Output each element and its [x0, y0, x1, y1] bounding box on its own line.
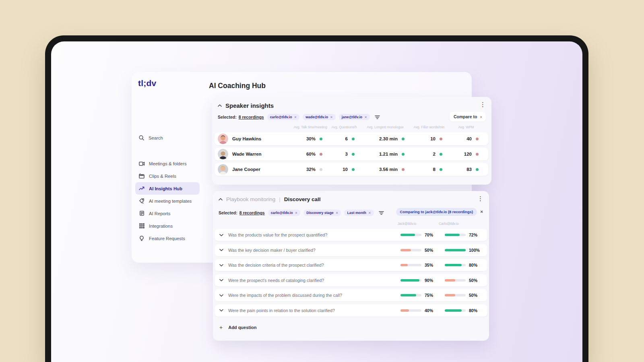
- speaker-name: Guy Hawkins: [232, 136, 293, 141]
- metric-value: 2: [433, 152, 436, 156]
- left-progress-bar: [400, 264, 421, 266]
- filter-chip[interactable]: carlo@tldv.io ✕: [268, 210, 301, 216]
- expand-chevron-down-icon[interactable]: [219, 309, 223, 312]
- filter-chip[interactable]: carlo@tldv.io ✕: [267, 114, 300, 120]
- filter-chip[interactable]: jane@tldv.io ✕: [339, 114, 370, 120]
- metric-value: 1.21 min: [379, 152, 398, 156]
- metric-cell: 8: [410, 167, 448, 172]
- tag-icon: [138, 198, 145, 204]
- clapperboard-icon: [138, 173, 145, 179]
- column-header: Avg. WPM: [448, 125, 484, 129]
- speaker-name: Wade Warren: [232, 152, 293, 156]
- sidebar-item-integrations[interactable]: Integrations: [135, 220, 200, 232]
- metric-value: 2.30 min: [379, 136, 398, 141]
- search-button[interactable]: Search: [138, 135, 163, 141]
- sidebar-item-feature-requests[interactable]: Feature Requests: [135, 232, 200, 245]
- sidebar-item-ai-meeting-templates[interactable]: AI meeting templates: [135, 195, 200, 207]
- metric-cell: 6: [328, 136, 360, 141]
- column-header: Avg. Talk time/meeting: [293, 125, 328, 129]
- metric-value: 40: [466, 136, 472, 141]
- chip-close-icon[interactable]: ✕: [336, 211, 339, 215]
- filter-chip[interactable]: Discovery stage ✕: [303, 210, 341, 216]
- expand-chevron-down-icon[interactable]: [219, 264, 223, 267]
- left-percentage: 50%: [421, 248, 441, 253]
- app-logo: tl;dv: [138, 78, 156, 88]
- speaker-rows: Guy Hawkins 30%62.30 min1040 Wade Warren…: [215, 132, 488, 178]
- status-dot-green: [440, 153, 442, 156]
- playbook-monitoring-card: Playbook monitoring | Discovery call ⋮ S…: [213, 191, 489, 341]
- expand-chevron-down-icon[interactable]: [219, 294, 223, 297]
- status-dot-green: [476, 168, 479, 171]
- question-row[interactable]: Was the decision criteria of the prospec…: [215, 259, 487, 271]
- speaker-insights-card: Speaker insights ⋮ Selected: 8 recording…: [212, 97, 491, 185]
- metric-cell: 2.30 min: [360, 136, 410, 141]
- report-doc-icon: [138, 211, 145, 216]
- filter-icon[interactable]: [375, 115, 380, 119]
- expand-chevron-down-icon[interactable]: [219, 234, 223, 237]
- discovery-call-title: Discovery call: [284, 196, 321, 202]
- status-dot-red: [440, 138, 442, 140]
- chip-close-icon[interactable]: ✕: [368, 211, 371, 215]
- question-text: Were the impacts of the problem discusse…: [228, 293, 400, 298]
- right-progress-bar: [445, 279, 466, 282]
- add-question-button[interactable]: + Add question: [215, 321, 487, 333]
- status-dot-green: [352, 138, 355, 140]
- collapse-chevron-up-icon[interactable]: [218, 104, 222, 107]
- column-header: Avg. Filler words/min: [410, 125, 448, 129]
- expand-chevron-down-icon[interactable]: [219, 279, 223, 282]
- left-progress-bar: [400, 294, 421, 296]
- sidebar-item-clips-reels[interactable]: Clips & Reels: [135, 170, 200, 182]
- filter-chip[interactable]: wade@tldv.io ✕: [303, 114, 336, 120]
- question-row[interactable]: Was the key decision maker / buyer clari…: [215, 244, 487, 256]
- laptop-screen: tl;dv Search Meetings & folders Clips & …: [51, 41, 582, 362]
- question-row[interactable]: Was the products value for the prospect …: [215, 229, 487, 241]
- metric-value: 8: [433, 167, 436, 172]
- compare-to-button[interactable]: Compare to ›: [450, 112, 486, 121]
- add-question-label: Add question: [228, 325, 256, 330]
- metric-value: 3.56 min: [379, 167, 398, 172]
- column-header: Avg. Longest monologue: [360, 125, 410, 129]
- collapse-chevron-up-icon[interactable]: [219, 198, 223, 201]
- question-text: Were the prospect's needs of cataloging …: [228, 278, 400, 283]
- question-row[interactable]: Were the prospect's needs of cataloging …: [215, 274, 487, 286]
- search-label: Search: [149, 136, 163, 140]
- compare-to-label: Compare to: [454, 114, 477, 119]
- recordings-count-link[interactable]: 8 recordings: [239, 210, 265, 215]
- left-percentage: 70%: [421, 232, 441, 237]
- metric-value: 10: [430, 136, 436, 141]
- expand-chevron-down-icon[interactable]: [219, 249, 223, 251]
- recordings-count-link[interactable]: 8 recordings: [239, 115, 264, 119]
- chip-close-icon[interactable]: ✕: [364, 115, 367, 119]
- sidebar-item-meetings-folders[interactable]: Meetings & folders: [135, 157, 200, 170]
- chip-close-icon[interactable]: ✕: [330, 115, 333, 119]
- comparing-to-pill[interactable]: Comparing to jack@tldv.io (8 recordings): [396, 208, 477, 216]
- status-dot-red: [402, 168, 405, 171]
- sidebar-item-ai-insights-hub[interactable]: AI Insights Hub: [135, 182, 200, 195]
- kebab-menu-icon[interactable]: ⋮: [477, 195, 483, 202]
- filter-chip[interactable]: Last month ✕: [344, 210, 374, 216]
- chip-close-icon[interactable]: ✕: [294, 115, 297, 119]
- right-progress-bar: [445, 264, 466, 266]
- metric-cell: 60%: [293, 152, 328, 156]
- right-percentage: 50%: [466, 278, 483, 283]
- speaker-chips: carlo@tldv.io ✕ wade@tldv.io ✕ jane@tldv…: [267, 114, 370, 120]
- sidebar-item-ai-reports[interactable]: AI Reports: [135, 207, 200, 220]
- question-row[interactable]: Were the impacts of the problem discusse…: [215, 289, 487, 301]
- metric-value: 10: [343, 167, 348, 172]
- plus-icon: +: [219, 324, 223, 331]
- selected-label: Selected:: [218, 115, 237, 119]
- right-percentage: 72%: [466, 232, 483, 237]
- sidebar-nav: Meetings & folders Clips & Reels AI Insi…: [135, 157, 200, 245]
- kebab-menu-icon[interactable]: ⋮: [480, 101, 486, 107]
- speaker-row[interactable]: Guy Hawkins 30%62.30 min1040: [215, 132, 488, 145]
- page-title: AI Coaching Hub: [209, 82, 266, 90]
- speaker-row[interactable]: Jane Cooper 32%103.56 min883: [215, 163, 488, 176]
- insights-chart-icon: [138, 186, 145, 191]
- chip-close-icon[interactable]: ✕: [295, 211, 298, 215]
- status-dot-red: [320, 153, 322, 156]
- right-progress-bar: [445, 294, 466, 296]
- question-row[interactable]: Were the pain points in relation to the …: [215, 304, 487, 317]
- filter-icon[interactable]: [379, 211, 384, 215]
- speaker-row[interactable]: Wade Warren 60%31.21 min2120: [215, 148, 488, 160]
- close-icon[interactable]: ✕: [480, 210, 483, 214]
